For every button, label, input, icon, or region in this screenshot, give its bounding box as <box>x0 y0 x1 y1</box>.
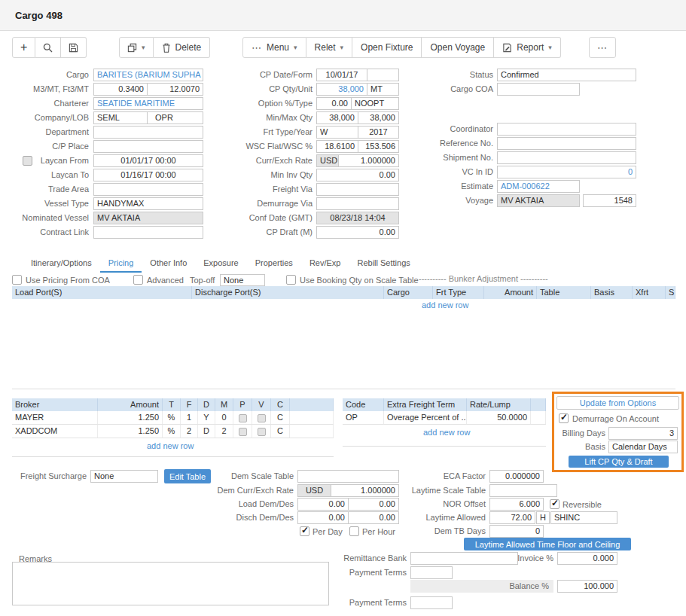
laytime-terms-input[interactable]: SHINC <box>550 511 617 524</box>
laycan-from-input[interactable]: 01/01/17 00:00 <box>93 154 203 167</box>
cp-qty-input[interactable]: 38,000 <box>316 83 367 96</box>
freight-surcharge-select[interactable]: None <box>90 470 158 483</box>
broker-f-cell[interactable]: 2 <box>181 425 198 438</box>
lob-input[interactable]: OPR <box>147 111 203 124</box>
tab-other-info[interactable]: Other Info <box>142 256 195 273</box>
tab-itinerary-options[interactable]: Itinerary/Options <box>23 256 100 273</box>
laytime-allowed-input[interactable]: 72.00 <box>489 511 535 524</box>
reference-no-input[interactable] <box>497 137 636 150</box>
broker-c-cell[interactable]: C <box>271 411 290 424</box>
open-fixture-button[interactable]: Open Fixture <box>352 37 422 58</box>
voyage-no-input[interactable]: 1548 <box>583 194 636 207</box>
ft3mt-input[interactable]: 12.0070 <box>147 83 203 96</box>
extra-code-cell[interactable]: OP <box>343 411 384 424</box>
balance-pct-input[interactable]: 100.000 <box>557 580 617 593</box>
eca-factor-input[interactable]: 0.000000 <box>489 470 544 483</box>
topoff-select[interactable]: None <box>220 274 265 286</box>
vessel-type-input[interactable]: HANDYMAX <box>93 197 203 210</box>
frt-year-input[interactable]: 2017 <box>358 126 399 139</box>
max-qty-input[interactable]: 38,000 <box>358 111 399 124</box>
cargo-coa-input[interactable] <box>497 83 580 96</box>
status-input[interactable]: Confirmed <box>497 69 636 81</box>
extra-term-cell[interactable]: Overage Percent of ... <box>384 411 467 424</box>
nor-offset-input[interactable]: 6.000 <box>489 498 544 511</box>
laytime-unit-input[interactable]: H <box>536 511 550 524</box>
load-des-input[interactable]: 0.00 <box>348 498 399 511</box>
trade-area-input[interactable] <box>93 183 203 196</box>
shipment-no-input[interactable] <box>497 151 636 164</box>
cp-date-input[interactable]: 10/01/17 <box>316 69 367 81</box>
billing-days-input[interactable]: 3 <box>608 427 678 440</box>
option-pct-input[interactable]: 0.00 <box>316 97 352 110</box>
copy-button[interactable]: ▾ <box>119 37 154 58</box>
laytime-floor-ceiling-button[interactable]: Laytime Allowed Time Floor and Ceiling <box>464 538 631 550</box>
edit-table-button[interactable]: Edit Table <box>164 469 211 483</box>
extra-freight-add-new-row-link[interactable]: add new row <box>423 428 470 437</box>
save-button[interactable] <box>61 37 87 58</box>
broker-d-cell[interactable]: D <box>198 425 215 438</box>
menu-button[interactable]: ⋯ Menu ▾ <box>242 37 306 58</box>
department-input[interactable] <box>93 126 203 139</box>
dem-exch-input[interactable]: 1.000000 <box>331 484 399 497</box>
update-from-options-button[interactable]: Update from Options <box>556 396 679 410</box>
broker-m-cell[interactable]: 0 <box>215 411 233 424</box>
pricing-add-new-row-link[interactable]: add new row <box>422 300 468 310</box>
per-day-checkbox[interactable] <box>300 526 309 536</box>
laycan-to-input[interactable]: 01/16/17 00:00 <box>93 169 203 181</box>
reversible-checkbox[interactable] <box>550 499 559 509</box>
use-pricing-coa-checkbox[interactable] <box>12 275 22 285</box>
contract-link-input[interactable] <box>93 226 203 239</box>
charterer-input[interactable]: SEATIDE MARITIME <box>93 97 203 110</box>
option-type-input[interactable]: NOOPT <box>351 97 399 110</box>
exch-rate-input[interactable]: 1.000000 <box>338 154 399 167</box>
broker-name-cell[interactable]: MAYER <box>12 411 98 424</box>
dem-scale-table-input[interactable] <box>297 470 399 483</box>
delete-button[interactable]: Delete <box>154 37 211 58</box>
broker-amount-cell[interactable]: 1.250 <box>98 425 163 438</box>
broker-t-cell[interactable]: % <box>163 425 181 438</box>
use-booking-qty-checkbox[interactable] <box>286 275 296 285</box>
min-inv-qty-input[interactable]: 0.00 <box>316 169 399 181</box>
cargo-input[interactable]: BARITES (BARIUM SUPHA <box>93 69 203 81</box>
load-dem-input[interactable]: 0.00 <box>297 498 349 511</box>
cp-place-input[interactable] <box>93 140 203 153</box>
coordinator-input[interactable] <box>497 123 636 136</box>
disch-dem-input[interactable]: 0.00 <box>297 511 349 524</box>
lift-cp-qty-draft-button[interactable]: Lift CP Qty & Draft <box>569 456 669 468</box>
dem-tb-days-input[interactable]: 0 <box>489 525 544 538</box>
estimate-input[interactable]: ADM-000622 <box>497 180 580 193</box>
frt-type-input[interactable]: W <box>316 126 358 139</box>
broker-d-cell[interactable]: Y <box>198 411 215 424</box>
tab-properties[interactable]: Properties <box>247 256 301 273</box>
wsc-pct-input[interactable]: 153.506 <box>358 140 399 153</box>
broker-row[interactable]: MAYER 1.250 % 1 Y 0 C <box>12 411 334 425</box>
broker-t-cell[interactable]: % <box>163 411 181 424</box>
demurrage-on-account-checkbox[interactable] <box>559 413 569 423</box>
basis-select[interactable]: Calendar Days <box>608 441 678 453</box>
per-hour-checkbox[interactable] <box>349 526 359 536</box>
disch-des-input[interactable]: 0.00 <box>348 511 399 524</box>
broker-f-cell[interactable]: 1 <box>181 411 198 424</box>
add-button[interactable]: + <box>12 37 35 58</box>
report-button[interactable]: Report ▾ <box>494 37 561 58</box>
search-button[interactable] <box>35 37 61 58</box>
cp-form-input[interactable] <box>367 69 399 81</box>
payment-terms2-input[interactable] <box>410 596 453 609</box>
extra-rate-cell[interactable]: 50.0000 <box>467 411 531 424</box>
remarks-textarea[interactable] <box>12 562 329 605</box>
demurrage-via-input[interactable] <box>316 197 399 210</box>
vc-in-id-input[interactable]: 0 <box>497 166 636 178</box>
tab-pricing[interactable]: Pricing <box>100 256 142 273</box>
broker-name-cell[interactable]: XADDCOM <box>12 425 98 438</box>
invoice-pct-input[interactable]: 0.000 <box>557 552 617 565</box>
extra-freight-row[interactable]: OP Overage Percent of ... 50.0000 <box>343 411 546 425</box>
cp-draft-input[interactable]: 0.00 <box>316 226 399 239</box>
tab-rebill-settings[interactable]: Rebill Settings <box>349 256 418 273</box>
company-input[interactable]: SEML <box>93 111 148 124</box>
tab-exposure[interactable]: Exposure <box>195 256 246 273</box>
payment-terms-input[interactable] <box>410 566 453 579</box>
open-voyage-button[interactable]: Open Voyage <box>422 37 494 58</box>
advanced-checkbox[interactable] <box>133 275 143 285</box>
laytime-scale-table-input[interactable] <box>489 484 557 497</box>
broker-add-new-row-link[interactable]: add new row <box>147 441 194 450</box>
